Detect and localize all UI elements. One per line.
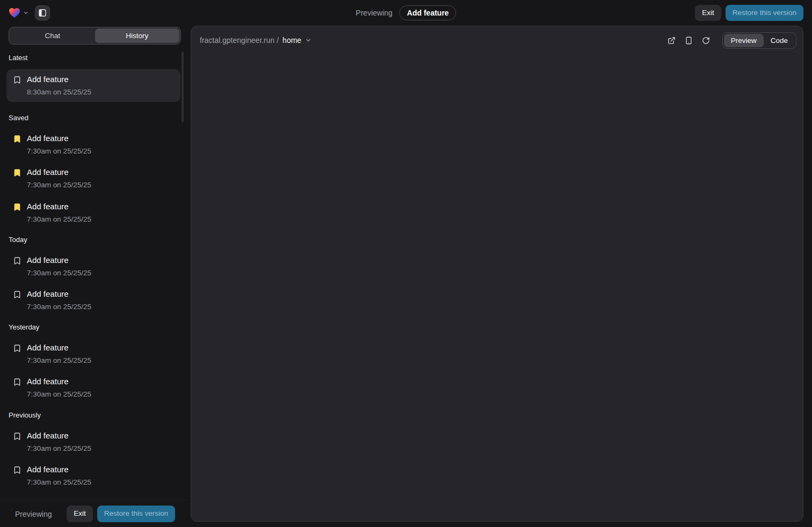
url-chevron-down-icon[interactable] [305, 37, 311, 43]
footer-restore-version-button[interactable]: Restore this version [97, 506, 175, 522]
toggle-code[interactable]: Code [764, 34, 795, 47]
history-item[interactable]: Add feature 7:30am on 25/25/25 [9, 431, 178, 453]
history-item-title: Add feature [27, 167, 91, 177]
history-item-body: Add feature 7:30am on 25/25/25 [27, 134, 91, 156]
history-item-body: Add feature 7:30am on 25/25/25 [27, 255, 91, 277]
history-section: Previously Add feature 7:30am on 25/25/2… [9, 411, 178, 487]
history-item-title: Add feature [27, 289, 91, 299]
open-in-new-icon[interactable] [668, 36, 676, 45]
section-title: Previously [9, 411, 178, 419]
section-items: Add feature 7:30am on 25/25/25 Add featu… [9, 134, 178, 224]
history-item-title: Add feature [27, 377, 91, 386]
bookmark-icon[interactable] [13, 135, 21, 143]
sidebar-scrollbar[interactable] [182, 52, 184, 122]
footer-buttons-group: Exit Restore this version [67, 506, 175, 522]
history-item-time: 7:30am on 25/25/25 [27, 444, 91, 453]
tab-history[interactable]: History [95, 28, 180, 43]
history-item-body: Add feature 7:30am on 25/25/25 [27, 431, 91, 453]
history-item[interactable]: Add feature 7:30am on 25/25/25 [9, 134, 178, 156]
topbar-left-group [9, 5, 50, 20]
history-list[interactable]: Latest Add feature 8:30am on 25/25/25 Sa… [0, 50, 187, 500]
bookmark-icon[interactable] [13, 290, 21, 299]
history-item-time: 7:30am on 25/25/25 [27, 356, 91, 365]
footer-exit-button[interactable]: Exit [67, 506, 93, 522]
history-item-title: Add feature [27, 343, 91, 353]
top-bar: Previewing Add feature Exit Restore this… [0, 0, 812, 26]
section-items: Add feature 7:30am on 25/25/25 Add featu… [9, 431, 178, 487]
history-section: Yesterday Add feature 7:30am on 25/25/25… [9, 323, 178, 399]
history-item-time: 7:30am on 25/25/25 [27, 269, 91, 277]
footer-previewing-label: Previewing [15, 510, 52, 518]
history-item[interactable]: Add feature 7:30am on 25/25/25 [9, 343, 178, 365]
history-item-title: Add feature [27, 431, 91, 441]
previewing-label: Previewing [356, 9, 392, 17]
history-item-time: 7:30am on 25/25/25 [27, 303, 91, 311]
history-item-time: 7:30am on 25/25/25 [27, 478, 91, 487]
preview-header-actions: Preview Code [668, 32, 796, 49]
history-item-title: Add feature [27, 255, 91, 265]
history-item-title: Add feature [27, 134, 91, 143]
url-breadcrumb[interactable]: fractal.gptengineer.run / home [200, 36, 311, 45]
bookmark-icon[interactable] [13, 169, 21, 177]
panel-left-icon [38, 9, 47, 17]
section-title: Today [9, 236, 178, 244]
history-item-body: Add feature 7:30am on 25/25/25 [27, 289, 91, 311]
history-item-time: 7:30am on 25/25/25 [27, 215, 91, 224]
history-item-body: Add feature 7:30am on 25/25/25 [27, 465, 91, 487]
bookmark-icon[interactable] [13, 203, 21, 211]
tab-chat[interactable]: Chat [10, 28, 95, 43]
sidebar-toggle-button[interactable] [35, 5, 50, 20]
history-item-time: 7:30am on 25/25/25 [27, 147, 91, 156]
history-section: Today Add feature 7:30am on 25/25/25 Add… [9, 236, 178, 311]
history-item[interactable]: Add feature 7:30am on 25/25/25 [9, 255, 178, 277]
section-items: Add feature 7:30am on 25/25/25 Add featu… [9, 255, 178, 311]
bookmark-icon[interactable] [13, 257, 21, 265]
history-item-body: Add feature 7:30am on 25/25/25 [27, 167, 91, 189]
url-page: home [282, 36, 301, 45]
bookmark-icon[interactable] [13, 466, 21, 474]
toggle-preview[interactable]: Preview [724, 34, 764, 47]
history-item-title: Add feature [27, 202, 91, 211]
history-item[interactable]: Add feature 8:30am on 25/25/25 [6, 69, 180, 102]
history-item-time: 7:30am on 25/25/25 [27, 390, 91, 399]
section-items: Add feature 8:30am on 25/25/25 [9, 69, 178, 102]
history-item-body: Add feature 8:30am on 25/25/25 [27, 75, 91, 97]
bookmark-icon[interactable] [13, 344, 21, 353]
section-title: Saved [9, 114, 178, 122]
history-sidebar: Chat History Latest Add feature 8:30am o… [0, 26, 187, 527]
refresh-icon[interactable] [702, 36, 710, 45]
sidebar-footer: Previewing Exit Restore this version [0, 500, 187, 527]
bookmark-icon[interactable] [13, 432, 21, 441]
history-section: Saved Add feature 7:30am on 25/25/25 Add… [9, 114, 178, 224]
restore-version-button[interactable]: Restore this version [726, 5, 803, 21]
history-item[interactable]: Add feature 7:30am on 25/25/25 [9, 167, 178, 189]
section-title: Latest [9, 54, 178, 62]
preview-code-toggle: Preview Code [722, 32, 796, 49]
history-item-body: Add feature 7:30am on 25/25/25 [27, 343, 91, 365]
history-item-body: Add feature 7:30am on 25/25/25 [27, 377, 91, 399]
version-pill[interactable]: Add feature [400, 5, 456, 20]
topbar-right-group: Exit Restore this version [695, 5, 803, 21]
section-title: Yesterday [9, 323, 178, 331]
history-item[interactable]: Add feature 7:30am on 25/25/25 [9, 377, 178, 399]
history-item[interactable]: Add feature 7:30am on 25/25/25 [9, 289, 178, 311]
history-item[interactable]: Add feature 7:30am on 25/25/25 [9, 465, 178, 487]
bookmark-icon[interactable] [13, 378, 21, 386]
history-item-time: 7:30am on 25/25/25 [27, 181, 91, 189]
section-items: Add feature 7:30am on 25/25/25 Add featu… [9, 343, 178, 399]
history-section: Latest Add feature 8:30am on 25/25/25 [9, 54, 178, 102]
history-item-title: Add feature [27, 75, 91, 84]
preview-header: fractal.gptengineer.run / home Preview C… [191, 26, 803, 49]
topbar-center-group: Previewing Add feature [356, 5, 456, 20]
sidebar-tab-switcher: Chat History [9, 27, 181, 45]
history-item-time: 8:30am on 25/25/25 [27, 88, 91, 97]
preview-panel: fractal.gptengineer.run / home Preview C… [191, 26, 803, 522]
history-item-title: Add feature [27, 465, 91, 474]
mobile-icon[interactable] [685, 36, 693, 45]
logo-chevron-down-icon[interactable] [23, 10, 28, 16]
url-prefix: fractal.gptengineer.run / [200, 36, 279, 45]
history-item[interactable]: Add feature 7:30am on 25/25/25 [9, 202, 178, 224]
bookmark-icon[interactable] [13, 76, 21, 84]
exit-button[interactable]: Exit [695, 5, 721, 21]
lovable-heart-logo[interactable] [9, 8, 20, 18]
